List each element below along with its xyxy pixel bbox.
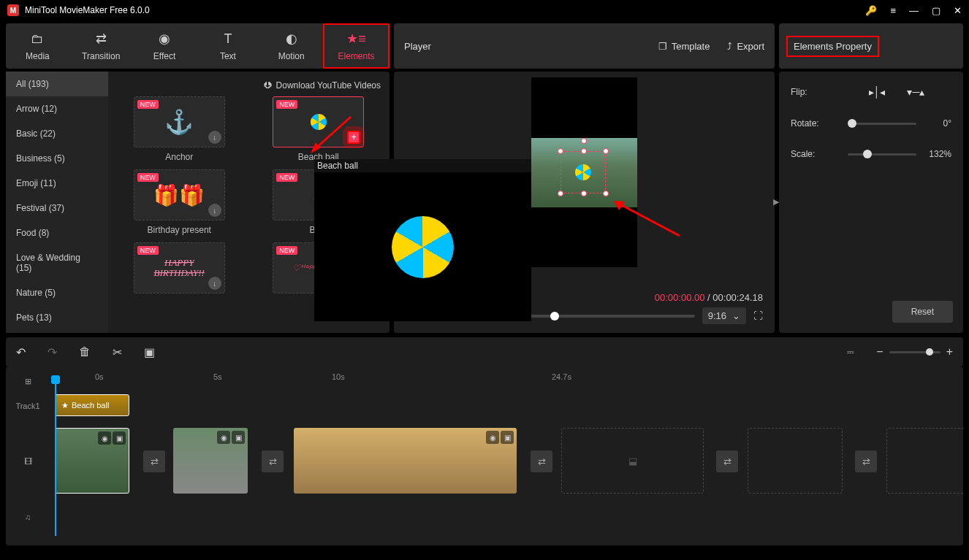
video-clip-1[interactable]: ◉▣ xyxy=(55,428,129,494)
transition-slot-4[interactable]: ⇄ xyxy=(716,450,738,472)
transition-slot-2[interactable]: ⇄ xyxy=(262,450,284,472)
redo-button[interactable]: ↷ xyxy=(48,345,57,359)
category-festival[interactable]: Festival (37) xyxy=(6,196,108,220)
track-1-label: Track1 xyxy=(6,402,50,410)
resize-handle[interactable] xyxy=(581,191,587,196)
export-button[interactable]: ⤴Export xyxy=(727,41,764,52)
transition-slot-3[interactable]: ⇄ xyxy=(531,450,552,472)
clip-beach-ball[interactable]: ★Beach ball xyxy=(55,394,129,416)
chevron-down-icon: ⌄ xyxy=(732,310,740,321)
element-overlay-beach-ball[interactable] xyxy=(575,164,591,180)
add-element-button[interactable]: + xyxy=(347,131,360,144)
split-button[interactable]: ✂ xyxy=(113,345,122,359)
category-nature[interactable]: Nature (5) xyxy=(6,280,108,305)
template-icon: ❐ xyxy=(658,41,667,52)
layer-indicator-icon[interactable]: ▣ xyxy=(232,431,245,444)
effect-indicator-icon[interactable]: ◉ xyxy=(486,431,499,444)
flip-horizontal-button[interactable]: ▸│◂ xyxy=(869,86,886,98)
tab-media[interactable]: 🗀Media xyxy=(6,23,69,69)
fullscreen-button[interactable]: ⛶ xyxy=(753,310,763,321)
transition-slot-5[interactable]: ⇄ xyxy=(855,450,877,472)
happy-birthday-icon: HAPPYBIRTHDAY!! xyxy=(154,258,205,279)
resize-handle[interactable] xyxy=(581,148,587,154)
ruler[interactable]: 0s 5s 10s 24.7s xyxy=(94,372,963,390)
snap-button[interactable]: ⎓ xyxy=(847,345,854,358)
new-tag: NEW xyxy=(276,246,297,255)
zoom-in-button[interactable]: + xyxy=(946,345,953,358)
empty-clip-slot[interactable] xyxy=(886,428,963,494)
scale-label: Scale: xyxy=(791,149,842,159)
panel-collapse-handle[interactable]: ▶ xyxy=(773,197,779,207)
audio-track-icon: ♫ xyxy=(6,513,50,521)
element-birthday-present[interactable]: NEW🎁🎁↓ Birthday present xyxy=(117,169,242,235)
effect-indicator-icon[interactable]: ◉ xyxy=(217,431,230,444)
crop-button[interactable]: ▣ xyxy=(144,345,155,359)
category-list[interactable]: All (193) Arrow (12) Basic (22) Business… xyxy=(6,72,108,333)
category-emoji[interactable]: Emoji (11) xyxy=(6,171,108,196)
preview-viewport[interactable] xyxy=(531,77,637,267)
scale-slider[interactable] xyxy=(848,153,916,156)
category-arrow[interactable]: Arrow (12) xyxy=(6,96,108,121)
rotate-handle[interactable] xyxy=(581,138,587,144)
resize-handle[interactable] xyxy=(603,191,609,196)
resize-handle[interactable] xyxy=(558,191,563,196)
template-button[interactable]: ❐Template xyxy=(658,41,710,52)
category-business[interactable]: Business (5) xyxy=(6,146,108,171)
download-youtube-link[interactable]: ⮋Download YouTube Videos xyxy=(117,77,381,96)
close-button[interactable]: ✕ xyxy=(954,5,962,16)
rotate-value: 0° xyxy=(922,118,951,129)
zoom-out-button[interactable]: − xyxy=(876,345,883,358)
category-pets[interactable]: Pets (13) xyxy=(6,305,108,330)
element-happy-birthday[interactable]: NEWHAPPYBIRTHDAY!!↓ xyxy=(117,242,242,294)
main-toolbar: 🗀Media ⇄Transition ◉Effect TText ◐Motion… xyxy=(0,20,969,72)
element-beach-ball[interactable]: NEW+ Beach ball xyxy=(256,96,381,162)
category-food[interactable]: Food (8) xyxy=(6,220,108,245)
resize-handle[interactable] xyxy=(603,148,609,154)
download-icon[interactable]: ↓ xyxy=(208,277,221,290)
empty-clip-slot[interactable] xyxy=(748,428,843,494)
tab-effect[interactable]: ◉Effect xyxy=(133,23,197,69)
video-clip-2[interactable]: ◉▣ xyxy=(173,428,248,494)
timeline[interactable]: ⊞ 0s 5s 10s 24.7s Track1 ★Beach ball 🎞 ◉… xyxy=(6,367,963,545)
export-icon: ⤴ xyxy=(727,41,732,52)
playhead[interactable] xyxy=(55,375,56,536)
video-clip-3[interactable]: ◉▣ xyxy=(294,428,517,494)
transition-icon: ⇄ xyxy=(96,31,107,47)
tab-elements[interactable]: ★≡Elements xyxy=(323,23,390,69)
tab-motion[interactable]: ◐Motion xyxy=(259,23,323,69)
license-key-icon[interactable]: 🔑 xyxy=(865,5,877,16)
empty-clip-slot[interactable]: ⬓ xyxy=(561,428,704,494)
gift-icon: 🎁🎁 xyxy=(153,183,205,207)
resize-handle[interactable] xyxy=(558,148,563,154)
player-header: Player ❐Template ⤴Export xyxy=(394,23,775,69)
category-all[interactable]: All (193) xyxy=(6,72,108,96)
transition-slot-1[interactable]: ⇄ xyxy=(143,450,165,472)
layer-indicator-icon[interactable]: ▣ xyxy=(501,431,514,444)
element-anchor[interactable]: NEW⚓↓ Anchor xyxy=(117,96,242,162)
tab-text[interactable]: TText xyxy=(196,23,259,69)
download-icon[interactable]: ↓ xyxy=(208,131,221,144)
star-icon: ★≡ xyxy=(346,31,366,47)
aspect-ratio-select[interactable]: 9:16⌄ xyxy=(702,307,746,324)
tooltip-label: Beach ball xyxy=(314,159,531,172)
new-tag: NEW xyxy=(137,100,159,109)
rotate-slider[interactable] xyxy=(848,123,916,125)
category-props[interactable]: Props (20) xyxy=(6,330,108,333)
flip-vertical-button[interactable]: ▾─▴ xyxy=(907,86,924,98)
maximize-button[interactable]: ▢ xyxy=(932,5,940,16)
layer-indicator-icon[interactable]: ▣ xyxy=(113,431,126,445)
add-track-button[interactable]: ⊞ xyxy=(6,377,50,386)
effect-indicator-icon[interactable]: ◉ xyxy=(98,431,111,445)
minimize-button[interactable]: — xyxy=(909,5,919,16)
delete-button[interactable]: 🗑 xyxy=(79,345,91,358)
menu-icon[interactable]: ≡ xyxy=(890,5,896,16)
undo-button[interactable]: ↶ xyxy=(16,345,26,359)
reset-button[interactable]: Reset xyxy=(892,301,953,323)
download-icon[interactable]: ↓ xyxy=(208,204,221,217)
zoom-slider[interactable] xyxy=(889,351,940,353)
category-love-wedding[interactable]: Love & Wedding (15) xyxy=(6,245,108,280)
scale-value: 132% xyxy=(922,149,951,159)
category-basic[interactable]: Basic (22) xyxy=(6,121,108,146)
titlebar-actions: 🔑 ≡ — ▢ ✕ xyxy=(865,5,962,16)
tab-transition[interactable]: ⇄Transition xyxy=(69,23,133,69)
